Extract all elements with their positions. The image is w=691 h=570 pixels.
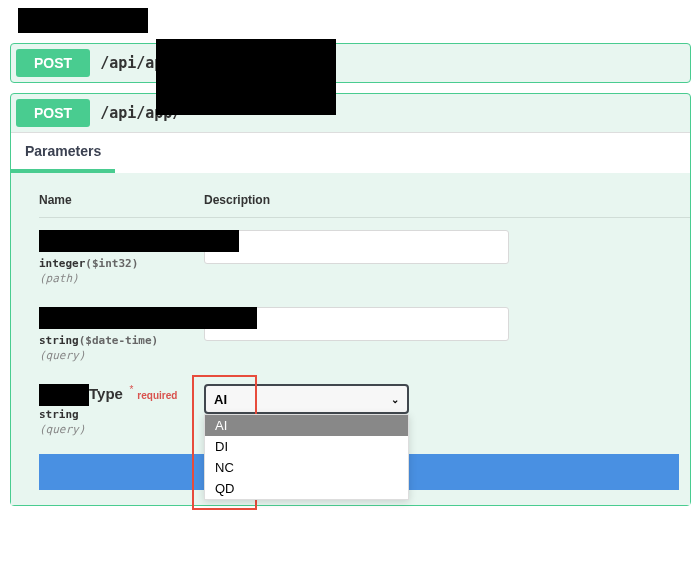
endpoint-header[interactable]: POST /api/app/ bbox=[11, 44, 690, 82]
endpoint-header[interactable]: POST /api/app/ bbox=[11, 94, 690, 132]
dropdown-option[interactable]: AI bbox=[205, 415, 408, 436]
param-type: integer bbox=[39, 257, 85, 270]
dropdown-option[interactable]: NC bbox=[205, 457, 408, 478]
param-label: integer($int32) (path) bbox=[39, 230, 204, 285]
param-name-suffix: Type bbox=[89, 385, 123, 402]
param-location: (path) bbox=[39, 272, 204, 285]
endpoint-expanded: POST /api/app/ Parameters Name Descripti… bbox=[10, 93, 691, 506]
parameters-body: Name Description integer($int32) (path) … bbox=[11, 173, 690, 505]
param-type: string bbox=[39, 334, 79, 347]
dropdown-list: AI DI NC QD bbox=[204, 414, 409, 500]
param-label: string($date-time) (query) bbox=[39, 307, 204, 362]
column-description-header: Description bbox=[204, 193, 270, 207]
param-row: Type * required string (query) AI ⌄ AI D… bbox=[39, 384, 690, 436]
redaction-overlay bbox=[156, 39, 336, 115]
tab-parameters[interactable]: Parameters bbox=[11, 133, 115, 173]
http-method-badge: POST bbox=[16, 49, 90, 77]
param-format: ($int32) bbox=[85, 257, 138, 270]
column-name-header: Name bbox=[39, 193, 204, 207]
param-input[interactable] bbox=[204, 230, 509, 264]
param-label: Type * required string (query) bbox=[39, 384, 204, 436]
select-value: AI bbox=[214, 392, 227, 407]
param-select[interactable]: AI ⌄ bbox=[204, 384, 409, 414]
select-container: AI ⌄ AI DI NC QD bbox=[204, 384, 409, 414]
column-headers: Name Description bbox=[39, 183, 690, 218]
dropdown-option[interactable]: DI bbox=[205, 436, 408, 457]
tabs-container: Parameters bbox=[11, 132, 690, 173]
param-row: integer($int32) (path) bbox=[39, 230, 690, 285]
param-name-redacted bbox=[39, 384, 89, 406]
param-row: string($date-time) (query) bbox=[39, 307, 690, 362]
chevron-down-icon: ⌄ bbox=[391, 394, 399, 405]
param-name-redacted bbox=[39, 307, 257, 329]
param-type: string bbox=[39, 408, 204, 421]
param-location: (query) bbox=[39, 349, 204, 362]
dropdown-option[interactable]: QD bbox=[205, 478, 408, 499]
param-location: (query) bbox=[39, 423, 204, 436]
required-text: required bbox=[137, 390, 177, 401]
section-title-redacted bbox=[18, 8, 148, 33]
required-star: * bbox=[127, 384, 134, 395]
param-name-redacted bbox=[39, 230, 239, 252]
http-method-badge: POST bbox=[16, 99, 90, 127]
endpoint-collapsed[interactable]: POST /api/app/ bbox=[10, 43, 691, 83]
param-format: ($date-time) bbox=[79, 334, 158, 347]
